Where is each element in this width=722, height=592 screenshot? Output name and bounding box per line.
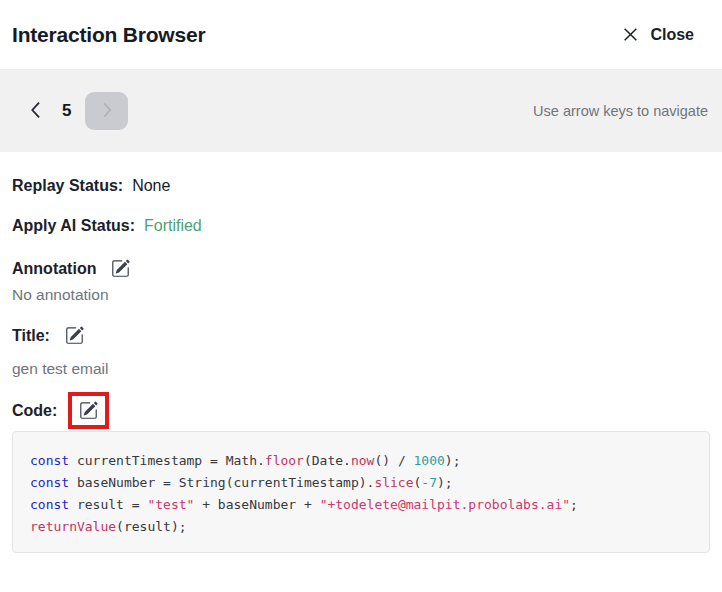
replay-status-row: Replay Status: None [12,177,710,195]
title-value: gen test email [12,360,109,378]
title-row: Title: [12,326,710,345]
interaction-browser-panel: Interaction Browser Close 5 [0,0,722,553]
code-line: const baseNumber = String(currentTimesta… [30,472,693,494]
chevron-left-icon [26,99,46,124]
edit-code-button[interactable] [79,401,98,420]
title-label: Title: [12,327,50,345]
close-icon [622,26,639,43]
navigation-bar: 5 Use arrow keys to navigate [0,70,722,152]
interaction-counter: 5 [62,101,71,121]
close-button[interactable]: Close [620,22,696,48]
apply-ai-status-row: Apply AI Status: Fortified [12,217,710,235]
annotation-value-row: No annotation [12,286,710,304]
code-row: Code: [12,392,710,429]
annotation-row: Annotation [12,259,710,278]
annotation-value: No annotation [12,286,109,304]
prev-button[interactable] [22,95,50,128]
chevron-right-icon [98,100,116,123]
nav-hint: Use arrow keys to navigate [533,103,708,119]
pencil-square-icon [111,259,130,278]
panel-header: Interaction Browser Close [0,0,722,70]
annotation-label: Annotation [12,260,96,278]
pencil-square-icon [65,326,84,345]
code-edit-highlight-box [68,392,109,429]
code-line: const currentTimestamp = Math.floor(Date… [30,450,693,472]
code-label: Code: [12,402,57,420]
next-button[interactable] [85,92,128,130]
apply-ai-status-label: Apply AI Status: [12,217,135,235]
apply-ai-status-value: Fortified [144,217,202,235]
main-content: Replay Status: None Apply AI Status: For… [0,152,722,553]
edit-annotation-button[interactable] [111,259,130,278]
title-value-row: gen test email [12,360,710,378]
code-line: returnValue(result); [30,516,693,538]
pencil-square-icon [79,401,98,420]
page-title: Interaction Browser [12,23,205,47]
code-line: const result = "test" + baseNumber + "+t… [30,494,693,516]
replay-status-label: Replay Status: [12,177,123,195]
edit-title-button[interactable] [65,326,84,345]
code-block: const currentTimestamp = Math.floor(Date… [12,431,710,553]
replay-status-value: None [132,177,170,195]
close-button-label: Close [650,26,694,44]
